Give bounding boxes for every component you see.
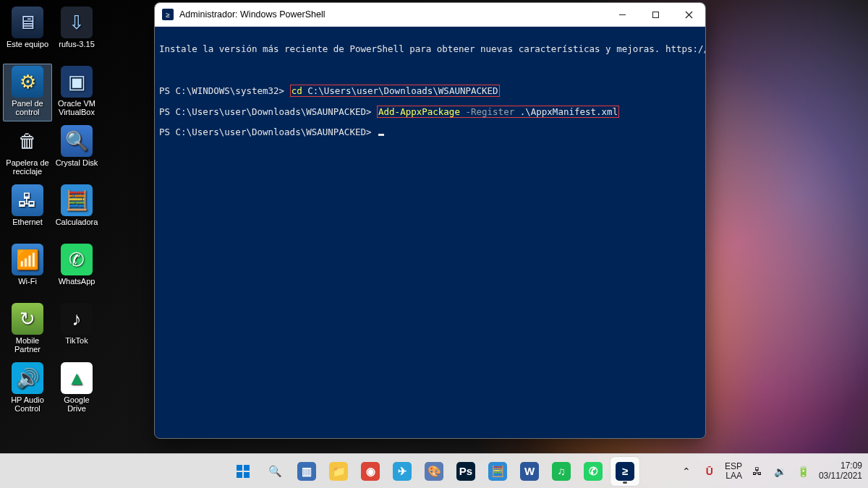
language-indicator[interactable]: ESP LAA xyxy=(725,462,742,480)
tray-overflow-chevron-icon[interactable]: ⌃ xyxy=(678,466,694,477)
desktop-icon-label: Ethernet xyxy=(12,218,43,226)
desktop-icon-rufus-3-15[interactable]: ⇩rufus-3.15 xyxy=(52,4,101,62)
whatsapp-icon: ✆ xyxy=(61,244,93,275)
taskbar-file-explorer-button[interactable]: 📁 xyxy=(324,457,353,486)
desktop-icon-label: Calculadora xyxy=(56,218,98,226)
hp-audio-control-icon: 🔊 xyxy=(12,362,43,394)
taskbar-start-button[interactable] xyxy=(229,457,258,486)
mcafee-tray-icon[interactable]: Ū xyxy=(702,466,718,477)
desktop-icon-label: rufus-3.15 xyxy=(59,40,95,48)
desktop-icon-label: WhatsApp xyxy=(59,277,95,286)
desktop-icon-wi-fi[interactable]: 📶Wi-Fi xyxy=(3,241,52,299)
minimize-button[interactable] xyxy=(605,3,639,27)
chrome-icon: ◉ xyxy=(361,462,380,481)
desktop-icon-calculadora[interactable]: 🧮Calculadora xyxy=(52,182,101,240)
battery-tray-icon[interactable]: 🔋 xyxy=(796,466,812,477)
word-icon: W xyxy=(520,462,539,481)
desktop-icon-label: Panel de control xyxy=(4,99,51,116)
papelera-de-reciclaje-icon: 🗑 xyxy=(12,125,43,157)
command-line-3: PS C:\Users\user\Downloads\WSAUNPACKED> xyxy=(159,127,701,137)
powershell-icon: ≥ xyxy=(162,9,174,20)
clock-date: 03/11/2021 xyxy=(819,471,862,481)
search-icon: 🔍 xyxy=(265,462,284,481)
desktop-icon-este-equipo[interactable]: 🖥Este equipo xyxy=(3,4,52,62)
desktop-icon-whatsapp[interactable]: ✆WhatsApp xyxy=(52,241,101,299)
clock[interactable]: 17:09 03/11/2021 xyxy=(819,461,862,481)
mobile-partner-icon: ↻ xyxy=(12,303,43,335)
desktop-icon-mobile-partner[interactable]: ↻Mobile Partner xyxy=(3,301,52,359)
wi-fi-icon: 📶 xyxy=(12,244,43,275)
desktop-icon-ethernet[interactable]: 🖧Ethernet xyxy=(3,182,52,240)
svg-rect-7 xyxy=(244,472,250,478)
terminal-cursor xyxy=(378,134,384,136)
desktop-icon-oracle-vm-virtualbox[interactable]: ▣Oracle VM VirtualBox xyxy=(52,64,101,121)
tiktok-icon: ♪ xyxy=(61,303,93,335)
taskbar-calculator-button[interactable]: 🧮 xyxy=(483,457,512,486)
rufus-3-15-icon: ⇩ xyxy=(61,7,93,38)
taskbar-photoshop-button[interactable]: Ps xyxy=(451,457,480,486)
desktop-icon-hp-audio-control[interactable]: 🔊HP Audio Control xyxy=(3,360,52,418)
window-title: Administrador: Windows PowerShell xyxy=(179,9,605,20)
este-equipo-icon: 🖥 xyxy=(12,7,43,38)
svg-rect-1 xyxy=(652,12,658,17)
desktop-icon-tiktok[interactable]: ♪TikTok xyxy=(52,301,101,359)
terminal-output[interactable]: Instale la versión más reciente de Power… xyxy=(155,27,705,438)
desktop-icon-label: Wi-Fi xyxy=(18,277,37,286)
taskbar-chrome-button[interactable]: ◉ xyxy=(356,457,385,486)
desktop-icon-papelera-de-reciclaje[interactable]: 🗑Papelera de reciclaje xyxy=(3,123,52,181)
desktop-icon-label: Crystal Disk xyxy=(56,158,98,167)
network-tray-icon[interactable]: 🖧 xyxy=(749,466,765,477)
google-drive-icon: ▲ xyxy=(61,362,93,394)
svg-rect-5 xyxy=(244,465,250,471)
photoshop-icon: Ps xyxy=(456,462,475,481)
powershell-icon: ≥ xyxy=(616,462,634,481)
taskbar-whatsapp-button[interactable]: ✆ xyxy=(579,457,608,486)
calculator-icon: 🧮 xyxy=(488,462,507,481)
desktop-icon-panel-de-control[interactable]: ⚙Panel de control xyxy=(3,64,52,121)
command-line-2: PS C:\Users\user\Downloads\WSAUNPACKED> … xyxy=(159,107,701,117)
crystal-disk-icon: 🔍 xyxy=(61,125,93,157)
ethernet-icon: 🖧 xyxy=(12,184,43,216)
taskbar-center-apps: 🔍▥📁◉✈🎨Ps🧮W♫✆≥ xyxy=(229,457,639,486)
clock-time: 17:09 xyxy=(841,461,862,471)
taskbar[interactable]: 🔍▥📁◉✈🎨Ps🧮W♫✆≥ ⌃ Ū ESP LAA 🖧 🔉 🔋 17:09 03… xyxy=(0,453,868,488)
desktop-icon-label: HP Audio Control xyxy=(4,395,51,413)
desktop-icon-label: Papelera de reciclaje xyxy=(4,158,51,176)
desktop-icon-label: TikTok xyxy=(65,336,88,345)
task-view-icon: ▥ xyxy=(297,462,316,481)
system-tray: ⌃ Ū ESP LAA 🖧 🔉 🔋 17:09 03/11/2021 xyxy=(678,461,862,481)
maximize-button[interactable] xyxy=(639,3,672,27)
panel-de-control-icon: ⚙ xyxy=(12,66,43,98)
file-explorer-icon: 📁 xyxy=(329,462,348,481)
banner-line: Instale la versión más reciente de Power… xyxy=(159,44,701,54)
taskbar-telegram-button[interactable]: ✈ xyxy=(388,457,417,486)
start-icon xyxy=(234,462,252,481)
taskbar-task-view-button[interactable]: ▥ xyxy=(292,457,321,486)
svg-rect-4 xyxy=(237,465,242,471)
taskbar-powershell-button[interactable]: ≥ xyxy=(610,457,639,486)
desktop-icon-google-drive[interactable]: ▲Google Drive xyxy=(52,360,101,418)
desktop-icon-label: Mobile Partner xyxy=(4,336,51,354)
window-titlebar[interactable]: ≥ Administrador: Windows PowerShell xyxy=(155,3,705,27)
desktop-icon-crystal-disk[interactable]: 🔍Crystal Disk xyxy=(52,123,101,181)
calculadora-icon: 🧮 xyxy=(61,184,93,216)
close-button[interactable] xyxy=(672,3,705,27)
whatsapp-icon: ✆ xyxy=(584,462,603,481)
taskbar-word-button[interactable]: W xyxy=(515,457,544,486)
taskbar-spotify-button[interactable]: ♫ xyxy=(547,457,576,486)
paint-icon: 🎨 xyxy=(425,462,443,481)
volume-tray-icon[interactable]: 🔉 xyxy=(773,466,788,477)
command-line-1: PS C:\WINDOWS\system32> cd C:\Users\user… xyxy=(159,86,701,96)
svg-rect-6 xyxy=(237,472,242,478)
taskbar-paint-button[interactable]: 🎨 xyxy=(420,457,448,486)
desktop-icon-label: Google Drive xyxy=(54,395,100,413)
desktop-icon-label: Este equipo xyxy=(7,40,48,48)
powershell-window[interactable]: ≥ Administrador: Windows PowerShell Inst… xyxy=(154,2,706,439)
telegram-icon: ✈ xyxy=(393,462,412,481)
desktop-icon-label: Oracle VM VirtualBox xyxy=(54,99,100,116)
taskbar-search-button[interactable]: 🔍 xyxy=(260,457,289,486)
spotify-icon: ♫ xyxy=(552,462,571,481)
oracle-vm-virtualbox-icon: ▣ xyxy=(61,66,93,98)
